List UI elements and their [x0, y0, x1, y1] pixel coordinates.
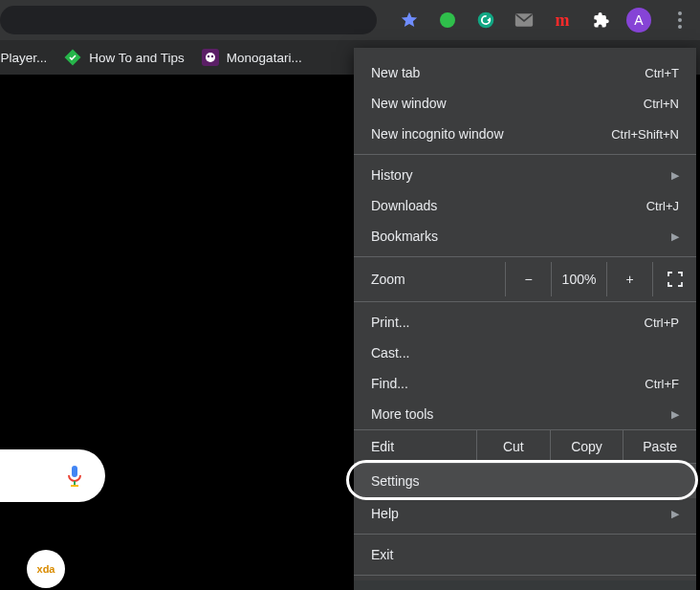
svg-rect-11: [72, 466, 77, 477]
menu-accelerator: Ctrl+P: [645, 316, 679, 330]
menu-separator: [354, 301, 696, 302]
zoom-in-button[interactable]: +: [606, 262, 652, 296]
zoom-value: 100%: [551, 262, 606, 296]
zoom-out-button[interactable]: −: [505, 262, 551, 296]
menu-separator: [354, 256, 696, 257]
menu-more-tools[interactable]: More tools ▶: [354, 399, 696, 429]
menu-label: Downloads: [371, 198, 646, 213]
browser-toolbar: m A: [0, 0, 700, 40]
mail-extension-icon[interactable]: [511, 7, 537, 33]
xda-shortcut[interactable]: xda: [27, 550, 65, 588]
menu-accelerator: Ctrl+J: [646, 199, 679, 213]
menu-label: New tab: [371, 65, 645, 80]
menu-label: History: [371, 167, 671, 183]
microphone-icon[interactable]: [65, 464, 84, 489]
green-diamond-favicon-icon: [64, 49, 81, 66]
menu-accelerator: Ctrl+Shift+N: [611, 127, 679, 142]
menu-separator: [354, 534, 696, 535]
bookmark-label: Monogatari...: [227, 51, 302, 65]
chevron-right-icon: ▶: [671, 508, 679, 520]
menu-new-window[interactable]: New window Ctrl+N: [354, 88, 696, 119]
bookmark-label: -Player...: [0, 51, 47, 65]
menu-label: New incognito window: [371, 126, 611, 142]
menu-zoom-row: Zoom − 100% +: [354, 262, 696, 296]
chevron-right-icon: ▶: [671, 169, 679, 182]
menu-separator: [354, 154, 696, 155]
bookmark-label: How To and Tips: [89, 51, 185, 65]
svg-point-9: [208, 55, 209, 57]
menu-settings[interactable]: Settings: [354, 464, 696, 498]
menu-new-tab[interactable]: New tab Ctrl+T: [354, 57, 696, 88]
menu-cast[interactable]: Cast...: [354, 338, 696, 368]
menu-label: More tools: [371, 406, 671, 422]
svg-point-4: [678, 18, 682, 22]
menu-label: Edit: [354, 439, 476, 454]
menu-label: Exit: [371, 547, 679, 562]
grammarly-extension-icon[interactable]: [472, 7, 499, 33]
chrome-main-menu: New tab Ctrl+T New window Ctrl+N New inc…: [354, 48, 696, 590]
menu-label: Settings: [371, 473, 679, 489]
fullscreen-button[interactable]: [652, 262, 696, 296]
svg-point-5: [678, 25, 682, 29]
menu-edit-row: Edit Cut Copy Paste: [354, 429, 696, 464]
kebab-menu-icon[interactable]: [664, 7, 696, 33]
google-search-bar[interactable]: [0, 449, 105, 502]
edit-copy-button[interactable]: Copy: [550, 430, 623, 463]
menu-label: Zoom: [371, 272, 505, 287]
green-dot-extension-icon[interactable]: [434, 7, 461, 33]
bookmark-item-monogatari[interactable]: Monogatari...: [202, 49, 302, 66]
svg-point-1: [478, 12, 494, 29]
edit-cut-button[interactable]: Cut: [476, 430, 550, 463]
menu-bookmarks[interactable]: Bookmarks ▶: [354, 221, 696, 251]
svg-point-8: [206, 53, 215, 62]
chevron-right-icon: ▶: [671, 408, 679, 421]
menu-label: Bookmarks: [371, 229, 671, 244]
menu-help[interactable]: Help ▶: [354, 498, 696, 529]
menu-downloads[interactable]: Downloads Ctrl+J: [354, 190, 696, 221]
menu-label: Find...: [371, 376, 645, 391]
menu-find[interactable]: Find... Ctrl+F: [354, 368, 696, 399]
bookmark-item-howto[interactable]: How To and Tips: [64, 49, 185, 66]
svg-point-3: [678, 11, 682, 15]
svg-point-10: [211, 55, 213, 57]
menu-accelerator: Ctrl+N: [644, 97, 679, 111]
menu-label: Cast...: [371, 345, 679, 361]
chevron-right-icon: ▶: [671, 230, 679, 243]
menu-label: New window: [371, 96, 644, 111]
menu-incognito[interactable]: New incognito window Ctrl+Shift+N: [354, 119, 696, 149]
menu-exit[interactable]: Exit: [354, 539, 696, 570]
red-m-extension-icon[interactable]: m: [549, 7, 576, 33]
bookmark-item-player[interactable]: -Player...: [0, 51, 47, 65]
bookmark-star-icon[interactable]: [396, 7, 423, 33]
edit-paste-button[interactable]: Paste: [623, 430, 696, 463]
menu-accelerator: Ctrl+T: [645, 66, 679, 80]
omnibox[interactable]: [0, 6, 377, 34]
menu-history[interactable]: History ▶: [354, 160, 696, 190]
extensions-puzzle-icon[interactable]: [587, 7, 614, 33]
monogatari-favicon-icon: [202, 49, 219, 66]
menu-print[interactable]: Print... Ctrl+P: [354, 307, 696, 338]
svg-point-0: [440, 12, 455, 28]
menu-separator: [354, 575, 696, 576]
menu-label: Help: [371, 506, 671, 521]
menu-managed-by[interactable]: Managed by gadgetstouse.com: [354, 580, 696, 590]
menu-accelerator: Ctrl+F: [645, 377, 679, 391]
menu-label: Print...: [371, 315, 645, 330]
profile-avatar[interactable]: A: [625, 7, 652, 33]
